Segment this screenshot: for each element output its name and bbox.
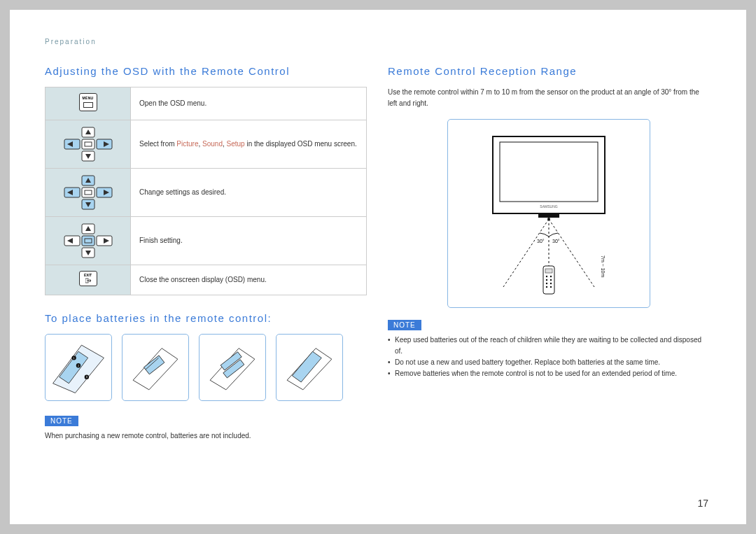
battery-steps-row: 1 2 3: [45, 334, 367, 401]
batteries-note-text: When purchasing a new remote control, ba…: [45, 430, 367, 441]
battery-step-1: 1 2 3: [45, 334, 112, 401]
battery-step-3: [199, 334, 266, 401]
battery-step-2: [122, 334, 189, 401]
two-column-layout: Adjusting the OSD with the Remote Contro…: [45, 65, 711, 444]
dpad-center-icon: [60, 223, 116, 259]
osd-desc-5: Close the onscreen display (OSD) menu.: [131, 265, 367, 295]
section-title-batteries: To place batteries in the remote control…: [45, 312, 367, 324]
table-row: Finish setting.: [46, 217, 367, 265]
dpad-left-right-icon: [60, 126, 116, 162]
svg-rect-18: [82, 188, 94, 197]
dpad-all-cell: [46, 169, 131, 217]
svg-text:7m ~ 10m: 7m ~ 10m: [601, 255, 606, 277]
svg-point-65: [550, 283, 552, 284]
range-note-list: Keep used batteries out of the reach of …: [388, 335, 710, 379]
menu-button-icon: [79, 93, 97, 111]
section-title-range: Remote Control Reception Range: [388, 65, 710, 77]
svg-point-60: [546, 276, 547, 277]
note-badge: NOTE: [45, 416, 78, 426]
table-row: Open the OSD menu.: [46, 87, 367, 120]
menu-button-cell: [46, 87, 131, 120]
svg-point-62: [546, 279, 547, 281]
svg-rect-28: [82, 236, 94, 246]
exit-button-icon: [79, 271, 97, 286]
list-item: Keep used batteries out of the reach of …: [388, 335, 710, 357]
page-number: 17: [697, 498, 708, 509]
osd-instruction-table: Open the OSD menu.: [45, 87, 367, 295]
svg-text:3: 3: [86, 376, 88, 379]
osd-desc-1: Open the OSD menu.: [131, 87, 367, 120]
right-column: Remote Control Reception Range Use the r…: [388, 65, 710, 444]
dpad-all-icon: [60, 174, 116, 211]
note-badge: NOTE: [388, 320, 421, 330]
osd-desc-3: Change settings as desired.: [131, 169, 367, 217]
svg-point-63: [550, 279, 552, 281]
exit-button-cell: [46, 265, 131, 295]
highlight-sound: Sound: [202, 140, 223, 148]
svg-text:30°: 30°: [552, 239, 560, 244]
left-column: Adjusting the OSD with the Remote Contro…: [45, 65, 367, 444]
svg-text:30°: 30°: [537, 239, 545, 244]
svg-point-64: [546, 283, 547, 284]
list-item: Do not use a new and used battery togeth…: [388, 357, 710, 368]
svg-text:SAMSUNG: SAMSUNG: [540, 204, 557, 209]
svg-text:1: 1: [74, 357, 75, 360]
table-row: Close the onscreen display (OSD) menu.: [46, 265, 367, 295]
table-row: Select from Picture, Sound, Setup in the…: [46, 120, 367, 169]
svg-rect-8: [82, 139, 94, 149]
manual-page: Preparation Adjusting the OSD with the R…: [10, 10, 746, 524]
battery-step-4: [276, 334, 343, 401]
svg-text:2: 2: [78, 365, 79, 367]
svg-line-52: [503, 219, 549, 287]
svg-point-66: [546, 286, 547, 288]
svg-rect-48: [500, 142, 598, 202]
highlight-picture: Picture: [176, 140, 198, 148]
section-title-osd: Adjusting the OSD with the Remote Contro…: [45, 65, 367, 77]
osd-desc-2: Select from Picture, Sound, Setup in the…: [131, 120, 367, 169]
dpad-lr-cell: [46, 120, 131, 169]
svg-point-61: [550, 276, 552, 277]
range-figure: SAMSUNG 30° 30° 7m ~ 10m: [447, 119, 650, 308]
dpad-center-cell: [46, 217, 131, 265]
list-item: Remove batteries when the remote control…: [388, 368, 710, 379]
svg-point-67: [550, 286, 552, 288]
svg-rect-50: [538, 213, 559, 218]
range-body-text: Use the remote control within 7 m to 10 …: [388, 87, 710, 109]
osd-desc-4: Finish setting.: [131, 217, 367, 265]
table-row: Change settings as desired.: [46, 169, 367, 217]
highlight-setup: Setup: [227, 140, 245, 148]
svg-line-54: [549, 219, 594, 287]
svg-rect-59: [545, 269, 552, 273]
breadcrumb: Preparation: [45, 38, 711, 45]
